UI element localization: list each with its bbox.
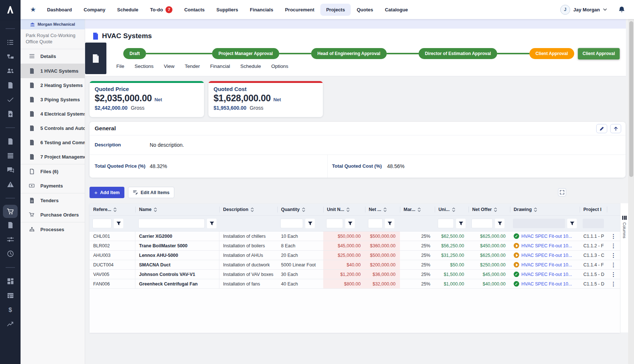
check-icon[interactable] [3,92,18,107]
sidebar-item-section-4[interactable]: 4 Electrical Systems [21,107,85,121]
drawing-link[interactable]: HVAC SPEC Fit-out 10... [521,253,572,258]
drawing-link[interactable]: HVAC SPEC Fit-out 10... [521,272,572,277]
filter-funnel-button[interactable] [207,219,216,228]
nav-item-financials[interactable]: Financials [244,4,279,16]
fullscreen-button[interactable] [558,188,566,196]
user-menu[interactable]: J Jay Morgan [560,5,634,15]
filter-funnel-button[interactable] [345,219,355,228]
filter-input-unit[interactable] [438,219,454,228]
row-menu-button[interactable]: ⋮ [607,270,620,279]
filter-input-quantity[interactable] [280,219,303,228]
sitemap-icon[interactable] [3,50,18,64]
column-header-quantity[interactable]: Quantity [277,204,323,215]
table-row[interactable]: FAN006 Greenheck Centrifugal Fan Install… [90,279,620,289]
document-icon[interactable] [3,218,18,232]
cart-icon[interactable] [3,205,18,218]
nav-item-company[interactable]: Company [78,4,111,16]
document-icon[interactable] [3,78,18,92]
workflow-step-draft[interactable]: Draft [123,48,146,59]
nav-item-procurement[interactable]: Procurement [279,4,320,16]
nav-item-quotes[interactable]: Quotes [351,4,379,16]
sidebar-item-processes[interactable]: Processes [21,222,85,237]
sidebar-item-section-6[interactable]: 6 Testing and Commissioning [21,135,85,150]
drawing-link[interactable]: HVAC SPEC Fit-out 10... [521,262,572,267]
favorite-star-icon[interactable]: ★ [30,6,36,13]
workflow-step-pm-approval[interactable]: Project Manager Approval [212,48,279,59]
column-header-net[interactable]: Net ... [365,204,400,215]
dollar-icon[interactable]: $ [3,303,18,317]
rows-icon[interactable] [3,149,18,163]
menu-tender[interactable]: Tender [185,63,200,69]
drawing-link[interactable]: HVAC SPEC Fit-out 10... [521,243,572,248]
filter-funnel-button[interactable] [114,219,123,228]
menu-view[interactable]: View [164,63,175,69]
file-upload-icon[interactable] [3,107,18,121]
table-row[interactable]: DUCT004 SMACNA Duct Installation of duct… [90,260,620,270]
filter-funnel-button[interactable] [456,219,466,228]
nav-item-suppliers[interactable]: Suppliers [211,4,244,16]
row-menu-button[interactable]: ⋮ [607,241,620,250]
filter-funnel-button[interactable] [495,219,504,228]
clock-icon[interactable] [3,247,18,261]
filter-input-net[interactable] [368,219,383,228]
add-item-button[interactable]: + Add Item [90,187,124,198]
column-header-drawing[interactable]: Drawing [510,204,580,215]
columns-panel-toggle[interactable]: Columns [620,203,628,332]
workflow-step-client-approval[interactable]: Client Approval [529,48,574,59]
sidebar-item-payments[interactable]: Payments [21,179,85,193]
column-header-unit-net[interactable]: Unit N... [323,204,365,215]
workflow-step-engineering-approval[interactable]: Head of Engineering Approval [311,48,387,59]
sidebar-item-purchase-orders[interactable]: Purchase Orders [21,208,85,222]
warning-icon[interactable] [3,177,18,192]
scrollbar-thumb[interactable] [629,21,633,177]
filter-input-unit-net[interactable] [326,219,343,228]
collapse-button[interactable] [610,124,621,133]
menu-schedule[interactable]: Schedule [240,63,261,69]
filter-input-reference[interactable] [92,219,112,228]
sidebar-item-tenders[interactable]: Tenders [21,193,85,208]
users-icon[interactable] [3,64,18,78]
notifications-bell-icon[interactable] [618,6,625,14]
grid-icon[interactable] [3,274,18,288]
nav-item-todo[interactable]: To-do7 [144,3,178,17]
sidebar-item-details[interactable]: Details [21,49,85,63]
avatar[interactable]: J [560,5,570,15]
trend-icon[interactable] [3,317,18,331]
menu-file[interactable]: File [116,63,124,69]
filter-input-name[interactable] [138,219,205,228]
column-header-net-offer[interactable]: Net Offer [469,204,510,215]
list-icon[interactable] [3,35,18,50]
column-header-project[interactable]: Project I [580,204,607,215]
table-row[interactable]: CHL001 Carrier XG2000 Installation of ch… [90,232,620,241]
company-breadcrumb[interactable]: Morgan Mechanical [21,19,85,29]
filter-funnel-button[interactable] [305,219,315,228]
nav-item-schedule[interactable]: Schedule [111,4,144,16]
column-header-unit[interactable]: Uni... [435,204,469,215]
section-tab[interactable] [85,43,106,74]
tune-icon[interactable] [3,232,18,247]
table-row[interactable]: BLR002 Trane BoilMaster 5000 Installatio… [90,241,620,251]
table-row[interactable]: AHU003 Lennox AHU-5000 Installation of A… [90,251,620,260]
row-menu-button[interactable]: ⋮ [607,232,620,241]
sidebar-item-section-2[interactable]: 2 Heating Systems [21,78,85,92]
drawing-link[interactable]: HVAC SPEC Fit-out 10... [521,234,572,239]
menu-sections[interactable]: Sections [135,63,154,69]
nav-item-projects[interactable]: Projects [320,4,351,16]
sidebar-item-section-1[interactable]: 1 HVAC Systems [21,64,85,78]
column-header-margin[interactable]: Mar... [400,204,435,215]
filter-input-net-offer[interactable] [471,219,493,228]
row-menu-button[interactable]: ⋮ [607,251,620,260]
chat-icon[interactable] [3,163,18,177]
filter-funnel-button[interactable] [385,219,394,228]
workflow-step-estimation-approval[interactable]: Director of Estimation Approval [419,48,497,59]
sidebar-item-section-5[interactable]: 5 Controls and Automation [21,121,85,135]
document-icon[interactable] [3,134,18,149]
nav-item-catalogue[interactable]: Catalogue [379,4,414,16]
edit-all-items-button[interactable]: Edit All Items [128,187,174,198]
table-row[interactable]: VAV005 Johnson Controls VAV-V1 Installat… [90,270,620,279]
column-header-description[interactable]: Description [219,204,277,215]
table-icon[interactable] [3,288,18,303]
menu-options[interactable]: Options [271,63,288,69]
filter-funnel-button[interactable] [567,219,577,228]
nav-item-dashboard[interactable]: Dashboard [41,4,78,16]
